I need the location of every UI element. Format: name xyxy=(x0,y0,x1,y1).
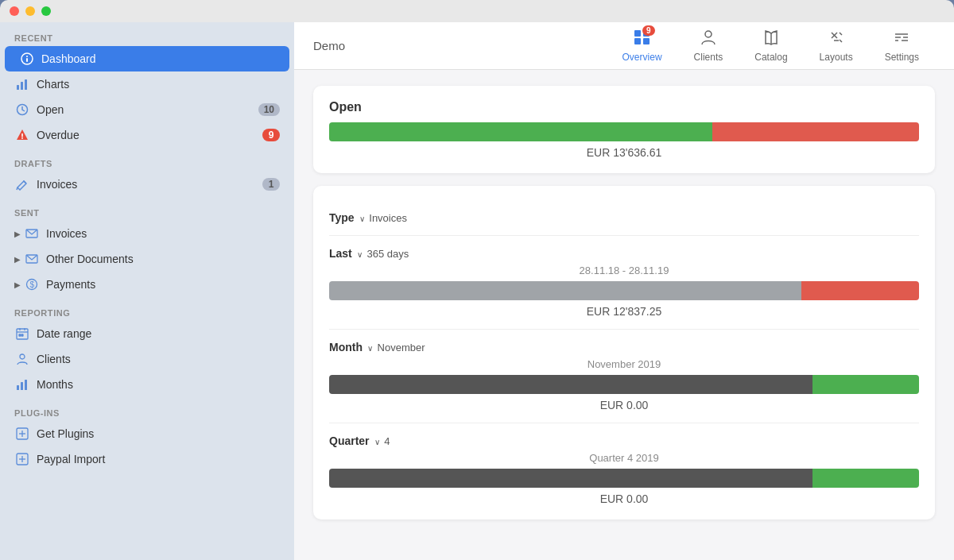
last-date-range: 28.11.18 - 28.11.19 xyxy=(329,265,919,276)
month-label: Month xyxy=(329,341,363,353)
sidebar-item-months[interactable]: Months xyxy=(0,372,294,397)
sidebar-item-overdue-label: Overdue xyxy=(37,129,262,141)
sidebar-item-overdue[interactable]: Overdue 9 xyxy=(0,122,294,148)
overdue-badge: 9 xyxy=(262,129,280,141)
sidebar-item-payments[interactable]: ▶ $ Payments xyxy=(0,272,294,297)
last-bar xyxy=(329,281,919,300)
sidebar-item-get-plugins-label: Get Plugins xyxy=(37,427,280,440)
quarter-bar xyxy=(329,469,919,488)
type-dropdown-value: Invoices xyxy=(369,212,407,224)
section-drafts: DRAFTS xyxy=(0,148,294,172)
app-title: Demo xyxy=(313,39,345,52)
close-button[interactable] xyxy=(10,6,19,16)
quarter-dropdown[interactable]: ∨ 4 xyxy=(374,435,390,447)
svg-rect-21 xyxy=(21,334,23,336)
section-reporting: REPORTING xyxy=(0,297,294,321)
svg-rect-34 xyxy=(634,38,641,44)
clock-icon xyxy=(14,102,30,118)
expand-arrow2-icon: ▶ xyxy=(14,255,21,264)
clients-nav-icon xyxy=(700,29,717,50)
maximize-button[interactable] xyxy=(41,6,51,16)
open-amount: EUR 13'636.61 xyxy=(329,146,919,159)
svg-rect-8 xyxy=(21,133,23,137)
bar-chart-icon xyxy=(14,76,30,92)
sidebar-item-sent-invoices[interactable]: ▶ Invoices xyxy=(0,221,294,246)
catalog-icon xyxy=(762,29,780,50)
last-dropdown[interactable]: ∨ 365 days xyxy=(357,248,409,260)
month-bar-green xyxy=(812,375,919,394)
svg-point-22 xyxy=(20,354,25,359)
pencil-icon xyxy=(14,176,30,192)
divider-1 xyxy=(329,235,919,236)
sidebar-item-date-range[interactable]: Date range xyxy=(0,321,294,346)
quarter-filter-row: Quarter ∨ 4 xyxy=(329,434,919,447)
svg-text:$: $ xyxy=(30,280,35,289)
sidebar-item-get-plugins[interactable]: Get Plugins xyxy=(0,421,294,446)
sidebar-item-open[interactable]: Open 10 xyxy=(0,97,294,122)
type-dropdown[interactable]: ∨ Invoices xyxy=(359,212,407,224)
envelope-icon xyxy=(24,226,40,241)
svg-line-11 xyxy=(24,181,26,183)
content-area: Open EUR 13'636.61 Type ∨ Invoices xyxy=(294,70,954,560)
section-sent: SENT xyxy=(0,197,294,221)
nav-item-settings[interactable]: Settings xyxy=(869,22,935,69)
svg-point-2 xyxy=(26,56,28,57)
nav-label-settings: Settings xyxy=(885,52,919,63)
top-nav: Demo 9 Overview xyxy=(294,22,954,70)
drafts-badge: 1 xyxy=(262,178,280,191)
type-label: Type xyxy=(329,211,355,224)
sidebar-item-dashboard[interactable]: Dashboard xyxy=(5,46,289,71)
svg-rect-23 xyxy=(17,385,19,390)
calendar-icon xyxy=(14,326,30,342)
open-card-title: Open xyxy=(329,100,919,114)
settings-icon xyxy=(893,29,910,50)
expand-arrow-icon: ▶ xyxy=(14,230,21,238)
sidebar-item-drafts-invoices[interactable]: Invoices 1 xyxy=(0,172,294,197)
last-dropdown-value: 365 days xyxy=(366,248,409,260)
sidebar-item-charts[interactable]: Charts xyxy=(0,71,294,97)
last-dropdown-arrow-icon: ∨ xyxy=(357,250,363,259)
svg-line-41 xyxy=(840,40,842,42)
divider-3 xyxy=(329,423,919,423)
svg-rect-5 xyxy=(25,79,27,90)
open-card: Open EUR 13'636.61 xyxy=(313,86,935,173)
sidebar-item-sent-invoices-label: Invoices xyxy=(46,227,280,240)
svg-line-40 xyxy=(840,33,842,35)
nav-item-layouts[interactable]: Layouts xyxy=(804,22,869,69)
sidebar-item-other-docs[interactable]: ▶ Other Documents xyxy=(0,246,294,272)
app-container: RECENT Dashboard Charts Open 10 xyxy=(0,22,954,560)
sidebar-item-charts-label: Charts xyxy=(37,78,280,91)
svg-rect-25 xyxy=(25,380,27,390)
sidebar-item-payments-label: Payments xyxy=(46,278,280,291)
overview-icon: 9 xyxy=(633,29,652,50)
main-content: Demo 9 Overview xyxy=(294,22,954,560)
month-bar xyxy=(329,375,919,394)
sidebar-item-open-label: Open xyxy=(37,103,258,116)
overview-badge: 9 xyxy=(642,25,655,36)
sidebar-item-dashboard-label: Dashboard xyxy=(41,52,275,65)
svg-rect-4 xyxy=(21,82,23,90)
section-plugins: PLUG-INS xyxy=(0,397,294,421)
sidebar-item-clients-label: Clients xyxy=(37,353,280,365)
nav-item-clients[interactable]: Clients xyxy=(678,22,739,69)
month-dropdown-value: November xyxy=(378,342,425,353)
last-bar-red xyxy=(801,281,919,300)
svg-point-9 xyxy=(21,137,23,139)
svg-rect-3 xyxy=(17,85,19,90)
sidebar: RECENT Dashboard Charts Open 10 xyxy=(0,22,294,560)
minimize-button[interactable] xyxy=(25,6,35,16)
nav-item-catalog[interactable]: Catalog xyxy=(739,22,803,69)
open-bar xyxy=(329,122,919,141)
sidebar-item-paypal-import[interactable]: Paypal Import xyxy=(0,446,294,472)
envelope2-icon xyxy=(24,251,40,267)
nav-item-overview[interactable]: 9 Overview xyxy=(607,22,678,69)
month-amount: EUR 0.00 xyxy=(329,399,919,411)
dollar-icon: $ xyxy=(24,276,40,292)
month-dropdown[interactable]: ∨ November xyxy=(367,342,425,353)
section-recent: RECENT xyxy=(0,22,294,46)
sidebar-item-clients[interactable]: Clients xyxy=(0,346,294,372)
layouts-icon xyxy=(828,29,845,50)
quarter-dropdown-value: 4 xyxy=(384,435,390,447)
nav-label-catalog: Catalog xyxy=(754,52,787,63)
svg-rect-20 xyxy=(19,334,21,336)
